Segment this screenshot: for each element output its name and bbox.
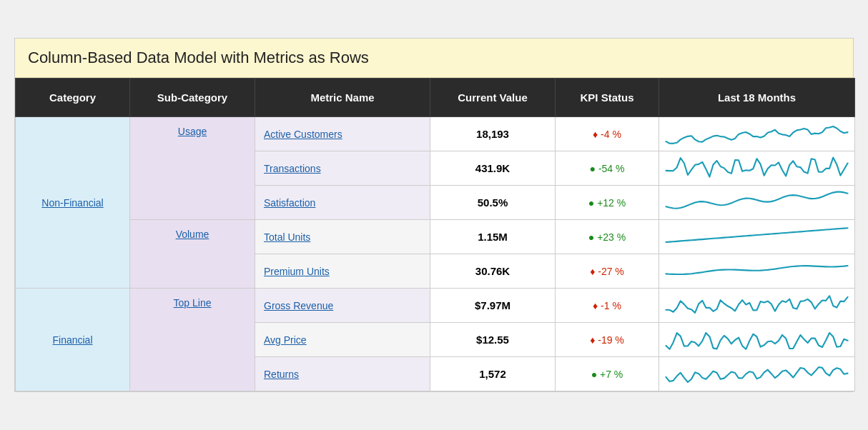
table-row: FinancialTop LineGross Revenue$7.97M♦ -1…	[16, 289, 855, 323]
kpi-status: ♦ -27 %	[556, 254, 659, 289]
sparkline-svg	[665, 223, 849, 249]
sparkline-cell	[659, 151, 855, 186]
kpi-status: ♦ -1 %	[556, 289, 659, 323]
metric-link[interactable]: Returns	[264, 369, 299, 380]
kpi-icon: ♦ -19 %	[590, 334, 624, 346]
kpi-icon: ♦ -4 %	[593, 129, 621, 140]
kpi-status: ● +12 %	[556, 186, 659, 220]
kpi-icon: ● +12 %	[588, 197, 626, 209]
metric-link[interactable]: Active Customers	[264, 129, 342, 140]
page-title: Column-Based Data Model with Metrics as …	[15, 39, 853, 78]
kpi-icon: ● -54 %	[590, 163, 625, 174]
header-kpi: KPI Status	[556, 79, 659, 117]
sparkline-cell	[659, 254, 855, 289]
sparkline-svg	[665, 257, 849, 283]
sparkline-svg	[665, 189, 849, 214]
sparkline-svg	[665, 120, 849, 146]
kpi-icon: ♦ -27 %	[590, 266, 624, 277]
metric-link[interactable]: Gross Revenue	[264, 300, 333, 311]
category-link[interactable]: Financial	[52, 334, 92, 346]
metric-link[interactable]: Premium Units	[264, 266, 330, 277]
kpi-status: ♦ -4 %	[556, 117, 659, 151]
metric-link[interactable]: Total Units	[264, 231, 310, 243]
metric-link[interactable]: Avg Price	[264, 334, 307, 346]
metric-link[interactable]: Satisfaction	[264, 197, 315, 209]
metric-value: 18,193	[430, 117, 556, 151]
kpi-icon: ● +7 %	[591, 369, 623, 380]
sparkline-cell	[659, 220, 855, 254]
metric-value: 431.9K	[430, 151, 556, 186]
header-category: Category	[16, 79, 130, 117]
kpi-status: ● -54 %	[556, 151, 659, 186]
subcategory-link[interactable]: Volume	[176, 229, 209, 240]
header-subcategory: Sub-Category	[130, 79, 255, 117]
header-metric: Metric Name	[255, 79, 430, 117]
kpi-icon: ● +23 %	[588, 231, 626, 243]
sparkline-cell	[659, 186, 855, 220]
sparkline-svg	[665, 154, 849, 180]
sparkline-svg	[665, 291, 849, 317]
header-chart: Last 18 Months	[659, 79, 855, 117]
kpi-status: ● +7 %	[556, 357, 659, 391]
subcategory-link[interactable]: Usage	[178, 126, 207, 137]
metrics-table: Category Sub-Category Metric Name Curren…	[15, 78, 855, 391]
table-wrapper: Category Sub-Category Metric Name Curren…	[15, 78, 853, 391]
kpi-status: ♦ -19 %	[556, 323, 659, 357]
sparkline-svg	[665, 360, 849, 386]
metric-value: 1.15M	[430, 220, 556, 254]
main-container: Column-Based Data Model with Metrics as …	[14, 38, 854, 392]
sparkline-svg	[665, 326, 849, 351]
kpi-status: ● +23 %	[556, 220, 659, 254]
category-link[interactable]: Non-Financial	[41, 197, 103, 209]
sparkline-cell	[659, 117, 855, 151]
metric-link[interactable]: Transactions	[264, 163, 321, 174]
metric-value: $7.97M	[430, 289, 556, 323]
header-value: Current Value	[430, 79, 556, 117]
table-row: VolumeTotal Units1.15M● +23 %	[16, 220, 855, 254]
metric-value: $12.55	[430, 323, 556, 357]
table-row: Non-FinancialUsageActive Customers18,193…	[16, 117, 855, 151]
sparkline-cell	[659, 357, 855, 391]
metric-value: 30.76K	[430, 254, 556, 289]
sparkline-cell	[659, 323, 855, 357]
sparkline-cell	[659, 289, 855, 323]
kpi-icon: ♦ -1 %	[593, 300, 621, 311]
metric-value: 1,572	[430, 357, 556, 391]
subcategory-link[interactable]: Top Line	[174, 297, 212, 309]
metric-value: 50.5%	[430, 186, 556, 220]
